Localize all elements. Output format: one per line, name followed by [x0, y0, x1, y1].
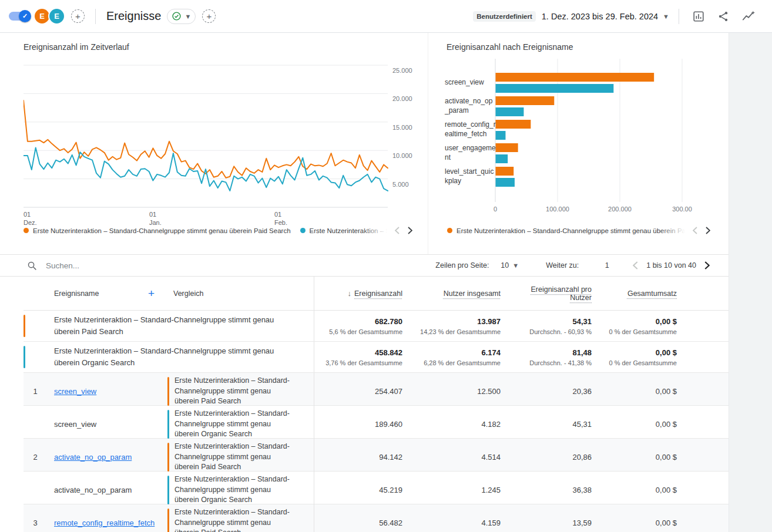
metric-value: 94.142 — [314, 439, 402, 476]
y-axis-tick-label: 0 — [392, 209, 396, 210]
legend-next-icon[interactable] — [408, 227, 412, 234]
summary-metric: 6.1746,28 % der Gesamtsumme — [402, 342, 501, 372]
rows-per-page-select[interactable]: 10 ▼ — [501, 261, 519, 270]
summary-metric: 81,48Durchschn. - 41,38 % — [501, 342, 592, 372]
comparison-text: Erste Nutzerinteraktion – Standard-Chann… — [174, 409, 297, 440]
bar-chart-panel: Ereignisanzahl nach Ereignisname 0100.00… — [428, 33, 729, 254]
y-axis-tick-label: 25.000 — [392, 67, 412, 74]
event-name-link[interactable]: activate_no_op_param — [54, 453, 132, 462]
bar-level_start_quickplay-paid — [496, 167, 514, 176]
summary-metric: 458.8423,76 % der Gesamtsumme — [314, 342, 402, 372]
metric-value: 36,38 — [501, 472, 592, 509]
summary-metric: 54,31Durchschn. - 60,93 % — [501, 311, 592, 341]
table-row: activate_no_op_paramErste Nutzerinterakt… — [24, 472, 729, 504]
rows-per-page-label: Zeilen pro Seite: — [435, 261, 489, 270]
line-chart-legend: Erste Nutzerinteraktion – Standard-Chann… — [24, 227, 412, 234]
search-input[interactable] — [45, 261, 223, 271]
line-series-organic — [24, 147, 388, 191]
table-row: 3remote_config_realtime_fetchErste Nutze… — [24, 504, 729, 532]
y-axis-tick-label: 20.000 — [392, 95, 412, 102]
comparison-text: Erste Nutzerinteraktion – Standard-Chann… — [174, 442, 297, 473]
bar-remote_config_realtime_fetch-paid — [496, 120, 531, 129]
metric-value: 0,00 $ — [592, 504, 710, 532]
y-axis-tick-label: 5.000 — [392, 181, 409, 188]
metric-value: 12.500 — [402, 373, 501, 410]
search-icon — [27, 261, 37, 271]
goto-page-input[interactable] — [599, 261, 615, 270]
y-axis-tick-label: 10.000 — [392, 152, 412, 159]
summary-comparison-name: Erste Nutzerinteraktion – Standard-Chann… — [47, 311, 314, 341]
comparison-accent-bar — [24, 346, 25, 368]
line-chart-title: Ereignisanzahl im Zeitverlauf — [24, 42, 129, 52]
metric-value: 13,59 — [501, 504, 592, 532]
x-axis-tick-label: 01Dez. — [24, 211, 37, 227]
date-range-selector[interactable]: 1. Dez. 2023 bis 29. Feb. 2024 — [542, 12, 658, 21]
date-caret-icon[interactable]: ▼ — [663, 13, 669, 20]
add-report-tab-button[interactable]: + — [202, 9, 216, 23]
check-circle-icon — [172, 11, 182, 21]
metric-value: 45,31 — [501, 406, 592, 443]
bar-level_start_quickplay-organic — [496, 178, 515, 187]
legend-next-icon[interactable] — [706, 227, 710, 234]
comparison-text: Erste Nutzerinteraktion – Standard-Chann… — [174, 376, 297, 407]
prev-page-button[interactable] — [633, 261, 638, 270]
toggle-check-icon: ✓ — [19, 10, 31, 22]
bar-category-label: user_engagement — [445, 144, 496, 162]
metric-value: 20,36 — [501, 373, 592, 410]
legend-label-paid: Erste Nutzerinteraktion – Standard-Chann… — [457, 227, 688, 234]
comparison-accent-bar — [24, 315, 25, 337]
goto-page-label: Weiter zu: — [546, 261, 579, 270]
legend-dot-paid — [24, 228, 29, 233]
event-name-header[interactable]: Ereignisname — [54, 289, 99, 298]
summary-metric: 682.7805,6 % der Gesamtsumme — [314, 311, 402, 341]
event-name-link[interactable]: screen_view — [54, 387, 96, 396]
count-per-user-header[interactable]: Ereignisanzahl pro Nutzer — [501, 277, 592, 310]
add-dimension-button[interactable]: + — [148, 287, 155, 300]
x-axis-tick-label: 100.000 — [546, 206, 569, 213]
share-icon[interactable] — [717, 11, 729, 22]
add-comparison-button[interactable]: + — [71, 9, 85, 23]
total-revenue-header[interactable]: Gesamtumsatz — [592, 277, 710, 310]
chevron-down-icon: ▼ — [512, 262, 519, 269]
total-users-header[interactable]: Nutzer insgesamt — [402, 277, 501, 310]
comparison-toggle[interactable]: ✓ — [9, 12, 30, 21]
bar-activate_no_op_param-paid — [496, 96, 555, 105]
summary-row: Erste Nutzerinteraktion – Standard-Chann… — [24, 342, 729, 373]
line-chart-panel: Ereignisanzahl im Zeitverlauf 25.00020.0… — [0, 33, 428, 254]
comparison-accent-bar — [167, 476, 169, 504]
comparison-chip-organic[interactable]: E — [48, 8, 65, 25]
date-preset-badge: Benutzerdefiniert — [473, 11, 536, 22]
bar-remote_config_realtime_fetch-organic — [496, 131, 506, 140]
bar-category-label: activate_no_op_param — [445, 97, 496, 115]
event-count-header[interactable]: ↓ Ereignisanzahl — [314, 277, 402, 310]
bar-chart-title: Ereignisanzahl nach Ereignisname — [447, 42, 573, 52]
x-axis-tick-label: 01Jan. — [149, 211, 162, 227]
row-number: 2 — [24, 439, 47, 476]
x-axis-tick-label: 0 — [494, 206, 497, 213]
comparison-accent-bar — [167, 443, 169, 472]
sort-descending-icon: ↓ — [348, 289, 352, 298]
metric-value: 0,00 $ — [592, 439, 710, 476]
bar-category-label: screen_view — [445, 78, 496, 87]
metric-value: 254.407 — [314, 373, 402, 410]
event-name-link[interactable]: remote_config_realtime_fetch — [54, 518, 155, 527]
metric-value: 45.219 — [314, 472, 402, 509]
x-axis-tick-label: 01Feb. — [274, 211, 287, 227]
next-page-button[interactable] — [704, 261, 710, 270]
events-table-section: Zeilen pro Seite: 10 ▼ Weiter zu: 1 bis … — [0, 254, 729, 532]
bar-user_engagement-organic — [496, 154, 508, 163]
line-chart-x-axis: 01Dez.01Jan.01Feb. — [24, 211, 388, 228]
report-validity-dropdown[interactable]: ▼ — [167, 9, 196, 24]
legend-prev-icon[interactable] — [693, 227, 697, 234]
metric-value: 20,86 — [501, 439, 592, 476]
comparison-header: Vergleich — [167, 277, 314, 310]
chevron-down-icon: ▼ — [184, 13, 191, 20]
x-axis-tick-label: 200.000 — [608, 206, 632, 213]
insights-icon[interactable] — [741, 10, 756, 23]
legend-prev-icon[interactable] — [395, 227, 400, 234]
pagination-range: 1 bis 10 von 40 — [646, 261, 696, 270]
customize-report-icon[interactable] — [692, 10, 705, 23]
comparison-accent-bar — [167, 377, 169, 406]
summary-row: Erste Nutzerinteraktion – Standard-Chann… — [24, 311, 729, 342]
metric-value: 1.245 — [402, 472, 501, 509]
